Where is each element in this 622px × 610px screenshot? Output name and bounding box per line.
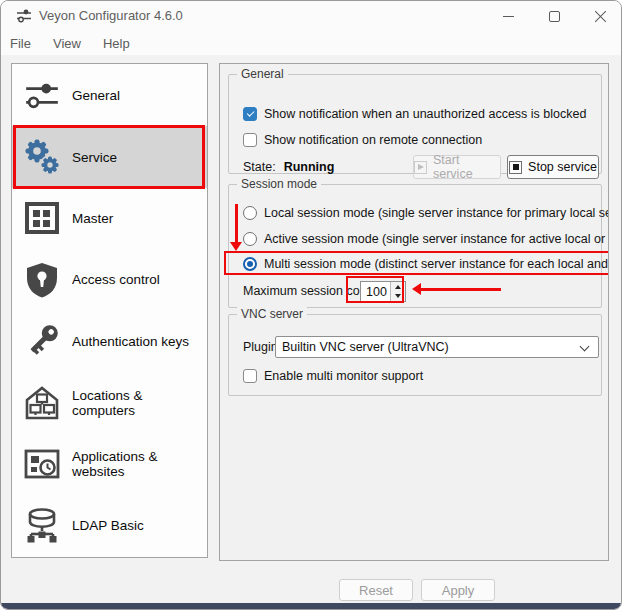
checkbox-checked-icon[interactable] (243, 107, 257, 121)
checkbox-unchecked-icon[interactable] (243, 369, 257, 383)
multi-monitor-checkbox-row[interactable]: Enable multi monitor support (243, 367, 423, 385)
sidebar-item-label: Authentication keys (72, 334, 189, 349)
radio-label: Active session mode (single server insta… (264, 232, 609, 246)
dropdown-value: Builtin VNC server (UltraVNC) (282, 340, 449, 354)
radio-label: Local session mode (single server instan… (264, 206, 609, 220)
sidebar-item-applications-websites[interactable]: Applications & websites (12, 433, 207, 494)
multi-session-radio-row[interactable]: Multi session mode (distinct server inst… (243, 256, 609, 272)
sidebar: General (11, 63, 208, 558)
sidebar-item-master[interactable]: Master (12, 188, 207, 249)
spin-down-icon[interactable] (391, 292, 405, 302)
checkbox-label: Show notification on remote connection (264, 133, 482, 147)
window-title: Veyon Configurator 4.6.0 (39, 1, 183, 31)
spinner-value[interactable]: 100 (361, 282, 390, 301)
radio-unchecked-icon[interactable] (243, 232, 257, 246)
button-label: Apply (442, 583, 475, 598)
maximize-button[interactable] (537, 2, 571, 30)
database-icon (12, 506, 72, 544)
vnc-server-groupbox: VNC server Plugin: Builtin VNC server (U… (228, 314, 602, 396)
button-label: Stop service (528, 160, 597, 174)
checkbox-unchecked-icon[interactable] (243, 133, 257, 147)
state-label: State: (243, 160, 276, 174)
radio-checked-icon[interactable] (243, 257, 257, 271)
service-state-row: State: Running (243, 155, 334, 179)
menu-file[interactable]: File (10, 36, 31, 51)
stop-icon (509, 161, 522, 174)
session-mode-groupbox: Session mode Local session mode (single … (228, 184, 602, 308)
sidebar-item-access-control[interactable]: Access control (12, 249, 207, 310)
reset-button[interactable]: Reset (339, 579, 413, 601)
sidebar-item-ldap-basic[interactable]: LDAP Basic (12, 495, 207, 556)
chevron-down-icon (580, 342, 590, 352)
local-session-radio-row[interactable]: Local session mode (single server instan… (243, 205, 609, 221)
groupbox-title: Session mode (237, 177, 321, 191)
checkbox-label: Show notification when an unauthorized a… (264, 107, 586, 121)
sidebar-item-label: Master (72, 211, 113, 226)
radio-unchecked-icon[interactable] (243, 206, 257, 220)
close-button[interactable] (583, 2, 617, 30)
sidebar-item-locations-computers[interactable]: Locations & computers (12, 372, 207, 433)
shield-icon (12, 261, 72, 299)
menu-help[interactable]: Help (103, 36, 130, 51)
max-session-count-spinner[interactable]: 100 (360, 281, 406, 302)
vnc-plugin-dropdown[interactable]: Builtin VNC server (UltraVNC) (275, 336, 599, 358)
sidebar-item-label: General (72, 88, 120, 103)
minimize-button[interactable] (491, 2, 525, 30)
notify-unauthorized-checkbox-row[interactable]: Show notification when an unauthorized a… (243, 105, 586, 123)
state-value: Running (284, 160, 335, 174)
window-bottom-edge (1, 603, 621, 609)
spinner-buttons (390, 282, 405, 301)
stop-service-button[interactable]: Stop service (507, 155, 599, 179)
sidebar-item-authentication-keys[interactable]: Authentication keys (12, 311, 207, 372)
active-session-radio-row[interactable]: Active session mode (single server insta… (243, 231, 609, 247)
groupbox-title: VNC server (237, 307, 307, 321)
sidebar-item-general[interactable]: General (12, 65, 207, 126)
menu-view[interactable]: View (53, 36, 81, 51)
general-groupbox: General Show notification when an unauth… (228, 74, 602, 174)
building-computers-icon (12, 385, 72, 421)
key-icon (12, 321, 72, 361)
max-session-count-row: Maximum session count (243, 281, 377, 301)
titlebar: Veyon Configurator 4.6.0 (1, 1, 621, 31)
grid-icon (12, 200, 72, 236)
sidebar-item-label: LDAP Basic (72, 518, 144, 533)
menu-bar: File View Help (1, 31, 621, 55)
button-label: Reset (359, 583, 393, 598)
sidebar-item-label: Locations & computers (72, 388, 207, 418)
max-session-count-label: Maximum session count (243, 284, 377, 298)
sliders-icon (12, 79, 72, 113)
sidebar-item-label: Service (72, 150, 117, 165)
sidebar-item-label: Access control (72, 272, 160, 287)
start-service-button: Start service (413, 155, 501, 179)
veyon-configurator-window: Veyon Configurator 4.6.0 File View Help … (0, 0, 622, 610)
notify-remote-checkbox-row[interactable]: Show notification on remote connection (243, 131, 482, 149)
radio-label: Multi session mode (distinct server inst… (264, 257, 609, 271)
applications-icon (12, 447, 72, 481)
play-icon (414, 161, 427, 174)
sidebar-item-label: Applications & websites (72, 449, 207, 479)
groupbox-title: General (237, 67, 288, 81)
button-label: Start service (433, 153, 500, 181)
spin-up-icon[interactable] (391, 282, 405, 292)
veyon-logo-icon (16, 9, 32, 27)
apply-button[interactable]: Apply (421, 579, 495, 601)
checkbox-label: Enable multi monitor support (264, 369, 423, 383)
sidebar-item-service[interactable]: Service (12, 126, 207, 187)
settings-panel: General Show notification when an unauth… (219, 63, 609, 561)
gears-icon (12, 137, 72, 177)
